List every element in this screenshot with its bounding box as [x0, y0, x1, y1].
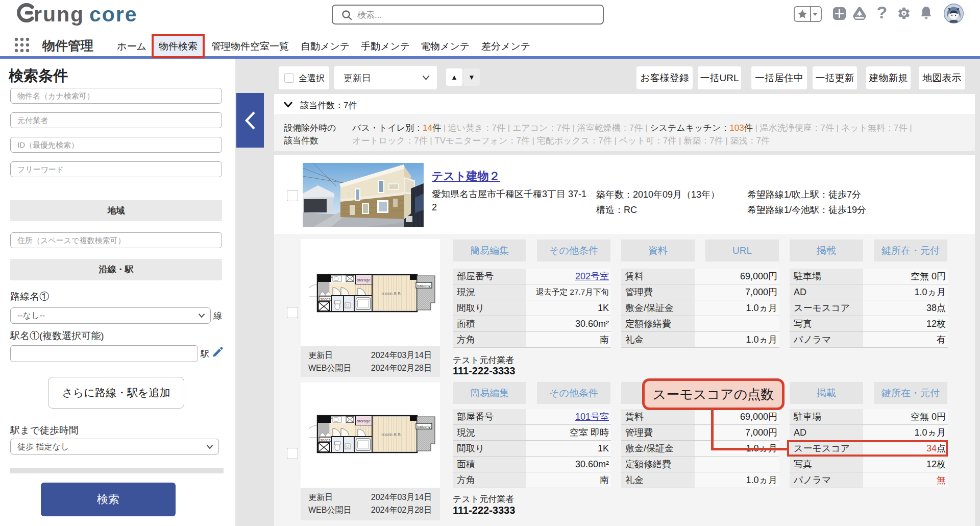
- svg-text:core: core: [89, 3, 138, 26]
- svg-text:rung: rung: [34, 3, 84, 26]
